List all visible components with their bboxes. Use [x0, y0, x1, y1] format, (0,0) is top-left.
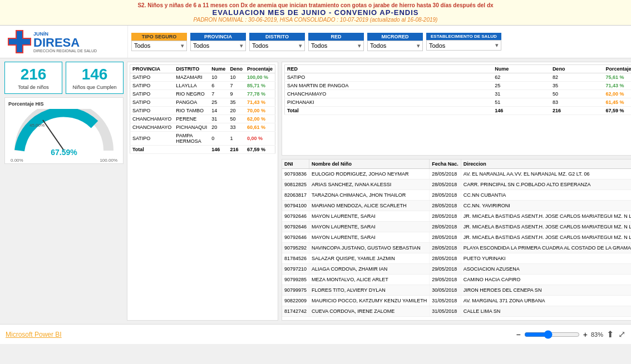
- table-row: 90795292NAVINCOPA JUSTANO, GUSTAVO SEBAS…: [282, 242, 631, 253]
- col-provincia: PROVINCIA: [130, 65, 174, 73]
- distrito-label: DISTRITO: [249, 33, 305, 41]
- logo-area: JUNÍN DIRESA DIRECCIÓN REGIONAL DE SALUD: [0, 26, 128, 58]
- th-fecha: Fecha Nac.: [430, 159, 461, 169]
- gauge-title: Porcentaje HIS: [8, 101, 120, 107]
- total-row: Total14621667,59 %: [130, 146, 275, 154]
- col-red-porcentaje: Porcentaje: [604, 65, 631, 73]
- col-red-deno: Deno: [550, 65, 604, 73]
- table-row: 90799285MEZA MONTALVO, ALICE ARLET29/05/…: [282, 274, 631, 285]
- red-filter: RED Todos ▾: [308, 33, 364, 51]
- table-row: SATIPORIO TAMBO142070,00 %: [130, 107, 275, 115]
- microred-label: MICRORED: [367, 33, 423, 41]
- svg-text:45.00%: 45.00%: [29, 123, 45, 128]
- plus-icon[interactable]: +: [583, 330, 588, 339]
- red-table: RED Nume Deno Porcentaje SATIPO628275,61…: [284, 64, 631, 115]
- total-ninos-value: 216: [9, 66, 57, 83]
- chevron-down-icon: ▾: [181, 42, 184, 49]
- minus-icon[interactable]: −: [516, 330, 521, 339]
- table-row: CHANCHAMAYOPERENE315062,00 %: [130, 115, 275, 123]
- table-row: SATIPORIO NEGRO7977,78 %: [130, 90, 275, 98]
- eval-text: EVALUACION MES DE JUNIO - CONVENIO AP-EN…: [6, 8, 625, 17]
- distrito-filter: DISTRITO Todos ▾: [249, 33, 305, 51]
- table-row: SAN MARTIN DE PANGOA253571,43 %: [284, 82, 631, 90]
- ninos-cumplen-box: 146 Niños que Cumplen: [66, 62, 124, 94]
- zoom-bar: − + 83% ⬆ ⤢: [516, 329, 625, 340]
- logo-cross-icon: [6, 28, 33, 56]
- data-table-section[interactable]: DNI Nombre del Niño Fecha Nac. Direccion…: [282, 159, 631, 321]
- th-dni: DNI: [282, 159, 309, 169]
- svg-rect-3: [9, 39, 30, 44]
- provincia-select[interactable]: Todos ▾: [190, 41, 246, 51]
- microred-select[interactable]: Todos ▾: [367, 41, 423, 51]
- main-data-table: DNI Nombre del Niño Fecha Nac. Direccion…: [282, 159, 631, 317]
- table-row: CHANCHAMAYO315062,00 %: [284, 90, 631, 98]
- total-ninos-box: 216 Total de niños: [4, 62, 62, 94]
- col-red: RED: [284, 65, 492, 73]
- table-row: SATIPO628275,61 %: [284, 73, 631, 82]
- table-row: 81742742CUEVA CORDOVA, IRENE ZALOME31/05…: [282, 306, 631, 316]
- table-row: SATIPOMAZAMARI1010100,00 %: [130, 73, 275, 82]
- table-row: CHANCHAMAYOPICHANAQUI203360,61 %: [130, 123, 275, 132]
- table-row: SATIPOPAMPA HERMOSA010,00 %: [130, 132, 275, 146]
- tipo-seguro-filter: TIPO SEGURO Todos ▾: [131, 33, 187, 51]
- logo-diresa: DIRESA: [33, 37, 97, 49]
- logo-sub: DIRECCIÓN REGIONAL DE SALUD: [33, 49, 97, 53]
- table-row: 90822009MAURICIO POCCO, KATZUMY KENZU YA…: [282, 295, 631, 306]
- table-row: PICHANAKI518361,45 %: [284, 98, 631, 107]
- table-row: 90799975FLORES TITO, ALVIERY DYLAN30/05/…: [282, 285, 631, 295]
- total-row: Total14621667,59 %: [284, 107, 631, 115]
- table-row: 90794100MARIANO MENDOZA, ALICE SCARLETH2…: [282, 200, 631, 211]
- svg-line-4: [43, 120, 64, 151]
- export-icon[interactable]: ⬆: [607, 329, 614, 340]
- ninos-cumplen-value: 146: [71, 66, 119, 83]
- table-row: 90792646MAYON LAURENTE, SARAI28/05/2018J…: [282, 221, 631, 232]
- establecimiento-label: ESTABLECIMIENTO DE SALUD: [426, 33, 501, 40]
- zoom-slider[interactable]: [524, 330, 580, 339]
- chevron-down-icon: ▾: [240, 42, 243, 49]
- col-distrito: DISTRITO: [174, 65, 209, 73]
- left-panel: 216 Total de niños 146 Niños que Cumplen…: [4, 62, 124, 321]
- col-procentaje: Procentaje: [245, 65, 275, 73]
- col-nume: Nume: [209, 65, 228, 73]
- chevron-down-icon: ▾: [417, 42, 420, 49]
- filter-bar: TIPO SEGURO Todos ▾ PROVINCIA Todos ▾ DI…: [128, 26, 631, 58]
- table-row: 90792646MAYON LAURENTE, SARAI28/05/2018J…: [282, 232, 631, 242]
- table-row: 82063817TARAZONA CHIMANCA, JHON THAILOR2…: [282, 190, 631, 200]
- table-row: 90793836EULOGIO RODRIGUEZ, JOHAO NEYMAR2…: [282, 168, 631, 179]
- padron-text: PADRON NOMINAL : 30-06-2019, HISA CONSOL…: [6, 17, 625, 23]
- right-section: RED Nume Deno Porcentaje SATIPO628275,61…: [282, 62, 631, 321]
- establecimiento-select[interactable]: Todos ▾: [426, 40, 501, 51]
- provincia-table-panel: PROVINCIA DISTRITO Nume Deno Procentaje …: [127, 62, 278, 321]
- provincia-filter: PROVINCIA Todos ▾: [190, 33, 246, 51]
- ninos-cumplen-label: Niños que Cumplen: [71, 84, 119, 90]
- provincia-table: PROVINCIA DISTRITO Nume Deno Procentaje …: [130, 64, 275, 154]
- table-row: 90812825ARIAS SANCHEZ, IVANA KALESSI28/0…: [282, 179, 631, 190]
- gauge-percentage: 67.59%: [8, 148, 120, 157]
- zoom-percentage: 83%: [591, 331, 603, 338]
- powerbi-link[interactable]: Microsoft Power BI: [6, 331, 62, 338]
- tipo-seguro-select[interactable]: Todos ▾: [131, 41, 187, 51]
- table-row: 90797210ALIAGA CORDOVA, ZHAMIR IAN29/05/…: [282, 263, 631, 274]
- fullscreen-icon[interactable]: ⤢: [618, 329, 625, 340]
- table-row: 81784526SALAZAR QUISPE, YAMILE JAZMIN28/…: [282, 253, 631, 263]
- stats-row: 216 Total de niños 146 Niños que Cumplen: [4, 62, 124, 94]
- microred-filter: MICRORED Todos ▾: [367, 33, 423, 51]
- gauge-chart: 45.00%: [8, 109, 120, 153]
- red-table-panel: RED Nume Deno Porcentaje SATIPO628275,61…: [282, 62, 631, 156]
- chevron-down-icon: ▾: [358, 42, 361, 49]
- bottom-bar: Microsoft Power BI − + 83% ⬆ ⤢: [0, 324, 631, 344]
- logo-text: JUNÍN DIRESA DIRECCIÓN REGIONAL DE SALUD: [33, 31, 97, 53]
- s2-text: S2. Niños y niñas de 6 a 11 meses con Dx…: [6, 2, 625, 8]
- red-select[interactable]: Todos ▾: [308, 41, 364, 51]
- gauge-labels: 0.00% 100.00%: [8, 158, 120, 163]
- tipo-seguro-label: TIPO SEGURO: [131, 33, 187, 41]
- establecimiento-filter: ESTABLECIMIENTO DE SALUD Todos ▾: [426, 33, 501, 51]
- table-row: 90792646MAYON LAURENTE, SARAI28/05/2018J…: [282, 211, 631, 221]
- gauge-box: Porcentaje HIS 45.00% 67.59% 0.00% 100.0…: [4, 97, 124, 164]
- th-nombre: Nombre del Niño: [309, 159, 429, 169]
- table-row: SATIPOLLAYLLA6785,71 %: [130, 82, 275, 90]
- distrito-select[interactable]: Todos ▾: [249, 41, 305, 51]
- bottom-icons: ⬆ ⤢: [607, 329, 625, 340]
- total-ninos-label: Total de niños: [9, 84, 57, 90]
- top-banner: S2. Niños y niñas de 6 a 11 meses con Dx…: [0, 0, 631, 26]
